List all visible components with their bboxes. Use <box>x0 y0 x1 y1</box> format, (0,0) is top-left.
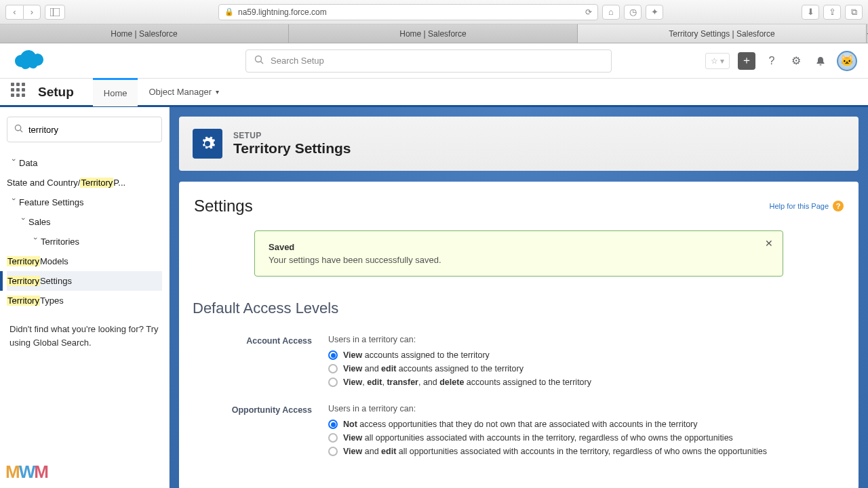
favorites-button[interactable]: ☆ ▾ <box>705 53 730 69</box>
app-launcher-icon[interactable] <box>11 83 30 102</box>
content-area: SETUP Territory Settings Settings Help f… <box>170 107 868 488</box>
sidebar-search[interactable] <box>7 117 162 142</box>
account-access-row: Account Access Users in a territory can:… <box>179 331 859 400</box>
browser-tab[interactable]: Home | Salesforce <box>0 24 289 43</box>
sidebar-toggle-button[interactable] <box>45 5 65 20</box>
downloads-button[interactable]: ⬇ <box>802 5 819 20</box>
tree-node-data[interactable]: ›Data <box>7 153 162 173</box>
option-label: View all opportunities associated with a… <box>343 433 733 443</box>
success-banner: Saved Your settings have been successful… <box>254 230 783 277</box>
opportunity-access-hint: Users in a territory can: <box>328 404 845 413</box>
tree-leaf-territory-settings[interactable]: Territory Settings <box>7 271 162 291</box>
opportunity-access-option[interactable]: View and edit all opportunities associat… <box>328 445 845 458</box>
account-access-option[interactable]: View and edit accounts assigned to the t… <box>328 362 845 375</box>
tree-label: Data <box>19 158 37 168</box>
sidebar-search-input[interactable] <box>28 125 155 135</box>
chevron-icon: › <box>32 237 40 247</box>
opportunity-access-row: Opportunity Access Users in a territory … <box>179 400 859 469</box>
tree-leaf-state-country[interactable]: State and Country/Territory P... <box>7 173 162 192</box>
forward-button[interactable]: › <box>23 5 41 20</box>
option-label: View, edit, transfer, and delete account… <box>343 378 591 387</box>
global-search[interactable]: Search Setup <box>245 49 612 73</box>
banner-title: Saved <box>269 242 769 252</box>
salesforce-logo <box>11 48 49 74</box>
setup-sidebar: ›Data State and Country/Territory P... ›… <box>0 107 170 488</box>
opportunity-access-option[interactable]: View all opportunities associated with a… <box>328 431 845 445</box>
banner-message: Your settings have been successfully sav… <box>269 255 769 265</box>
banner-close-button[interactable]: ✕ <box>765 238 773 249</box>
settings-panel: Settings Help for this Page ? Saved Your… <box>179 182 859 488</box>
tree-label: Feature Settings <box>19 197 83 207</box>
user-avatar[interactable]: 🐱 <box>837 51 857 71</box>
section-heading: Default Access Levels <box>193 300 859 317</box>
global-actions-button[interactable]: ＋ <box>738 52 755 70</box>
tree-leaf-territory-types[interactable]: Territory Types <box>7 291 162 310</box>
option-label: View accounts assigned to the territory <box>343 350 490 360</box>
tree-node-feature-settings[interactable]: ›Feature Settings <box>7 192 162 212</box>
option-label: View and edit all opportunities associat… <box>343 447 767 456</box>
radio-icon <box>328 364 338 373</box>
tree-label: Sales <box>28 217 51 227</box>
search-icon <box>254 55 264 66</box>
nav-tab-label: Object Manager <box>149 87 212 97</box>
option-label: Not access opportunities that they do no… <box>343 420 698 429</box>
search-icon <box>14 124 23 135</box>
tree-leaf-territory-models[interactable]: Territory Models <box>7 251 162 271</box>
tree-label: Territories <box>41 237 79 247</box>
help-link[interactable]: Help for this Page ? <box>770 201 844 211</box>
radio-icon <box>328 378 338 387</box>
app-header: Search Setup ☆ ▾ ＋ ? ⚙ 🐱 <box>0 43 868 79</box>
radio-icon <box>328 447 338 456</box>
url-bar[interactable]: 🔒 na59.lightning.force.com ⟳ <box>218 4 598 20</box>
chevron-icon: › <box>10 159 18 168</box>
tree-node-territories[interactable]: ›Territories <box>7 232 162 251</box>
browser-tab-active[interactable]: Territory Settings | Salesforce <box>578 24 867 43</box>
nav-tab-home[interactable]: Home <box>93 78 138 106</box>
option-label: View and edit accounts assigned to the t… <box>343 364 524 373</box>
tabs-button[interactable]: ⧉ <box>845 5 863 20</box>
share-button[interactable]: ⇪ <box>823 5 841 20</box>
browser-tab-strip: Home | Salesforce Home | Salesforce Terr… <box>0 24 868 43</box>
svg-line-5 <box>20 130 22 132</box>
app-name: Setup <box>38 85 74 100</box>
search-placeholder: Search Setup <box>271 56 324 66</box>
chevron-down-icon: ▾ <box>216 88 219 96</box>
page-header: SETUP Territory Settings <box>179 117 859 171</box>
account-access-hint: Users in a territory can: <box>328 335 845 344</box>
account-access-label: Account Access <box>193 335 328 389</box>
history-button[interactable]: ◷ <box>624 5 642 20</box>
bookmark-button[interactable]: ✦ <box>646 5 663 20</box>
gear-icon <box>193 129 222 159</box>
setup-gear-icon[interactable]: ⚙ <box>788 53 804 69</box>
browser-toolbar: ‹ › 🔒 na59.lightning.force.com ⟳ ⌂ ◷ ✦ ⬇… <box>0 0 868 24</box>
account-access-option[interactable]: View, edit, transfer, and delete account… <box>328 375 845 389</box>
lock-icon: 🔒 <box>224 7 234 16</box>
page-title: Territory Settings <box>233 140 351 157</box>
back-button[interactable]: ‹ <box>5 5 23 20</box>
tree-node-sales[interactable]: ›Sales <box>7 212 162 232</box>
settings-heading: Settings <box>194 197 253 216</box>
opportunity-access-option[interactable]: Not access opportunities that they do no… <box>328 418 845 431</box>
context-nav: Setup Home Object Manager ▾ <box>0 79 868 107</box>
svg-point-4 <box>15 125 20 130</box>
panel-icon <box>50 8 60 16</box>
radio-checked-icon <box>328 420 338 429</box>
svg-point-2 <box>256 56 262 62</box>
account-access-option[interactable]: View accounts assigned to the territory <box>328 348 845 362</box>
notifications-icon[interactable] <box>812 53 829 69</box>
browser-tab[interactable]: Home | Salesforce <box>289 24 578 43</box>
chevron-icon: › <box>10 198 18 207</box>
help-link-text: Help for this Page <box>770 202 829 210</box>
sidebar-hint: Didn't find what you're looking for? Try… <box>7 323 162 349</box>
page-eyebrow: SETUP <box>233 131 351 140</box>
radio-checked-icon <box>328 350 338 360</box>
svg-rect-0 <box>50 8 60 16</box>
help-icon: ? <box>833 201 844 211</box>
watermark-logo: MWM <box>5 462 47 483</box>
reload-icon[interactable]: ⟳ <box>585 7 592 17</box>
radio-icon <box>328 433 338 443</box>
help-icon[interactable]: ? <box>764 53 780 69</box>
home-button[interactable]: ⌂ <box>602 5 620 20</box>
nav-tab-object-manager[interactable]: Object Manager ▾ <box>138 78 230 106</box>
opportunity-access-label: Opportunity Access <box>193 404 328 458</box>
